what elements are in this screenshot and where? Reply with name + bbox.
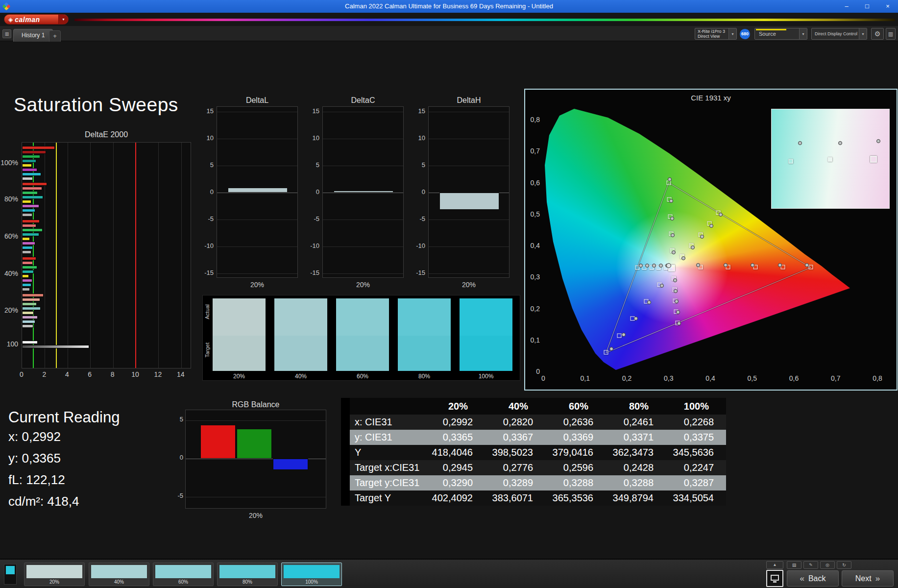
table-row: Target x:CIE310,29450,27760,25960,24280,… bbox=[341, 460, 726, 475]
pattern-thumb-label: 100% bbox=[282, 579, 341, 585]
pattern-thumb[interactable]: 40% bbox=[89, 563, 149, 586]
cie-measured-point bbox=[805, 263, 809, 267]
collapse-button[interactable]: ▲ bbox=[766, 561, 783, 569]
print-button[interactable]: ▤ bbox=[787, 561, 801, 569]
gridline bbox=[323, 246, 403, 247]
cie-x-tick: 0,4 bbox=[705, 374, 715, 382]
annotate-button[interactable]: ✎ bbox=[803, 561, 818, 569]
deltae-bar bbox=[22, 146, 55, 149]
maximize-button[interactable]: □ bbox=[857, 0, 877, 13]
cie-measured-point bbox=[634, 317, 638, 320]
window-titlebar: Calman 2022 Calman Ultimate for Business… bbox=[0, 0, 898, 13]
deltae-x-tick: 10 bbox=[131, 370, 139, 378]
deltae-bar bbox=[22, 209, 35, 212]
table-cell: 0,3288 bbox=[545, 477, 605, 489]
actual-row-label: Actual bbox=[204, 304, 210, 319]
cie-measured-point bbox=[751, 263, 754, 267]
gridline bbox=[323, 139, 403, 139]
deltae-bar bbox=[22, 242, 35, 245]
gridline bbox=[429, 166, 509, 166]
deltae-title: DeltaE 2000 bbox=[22, 130, 191, 139]
deltae-bar bbox=[22, 274, 29, 278]
display-mode-button[interactable] bbox=[766, 570, 783, 587]
deltae-ref-line-yellow bbox=[56, 143, 57, 368]
tab-history-1[interactable]: History 1 bbox=[13, 29, 53, 42]
cie-measured-point bbox=[673, 278, 677, 282]
logo-menu-arrow-icon[interactable]: ▾ bbox=[58, 15, 68, 24]
deltah-y-tick: -15 bbox=[410, 269, 425, 276]
cie-measured-point bbox=[778, 263, 782, 267]
back-arrow-icon: « bbox=[800, 574, 804, 584]
deltae-group-label: 80% bbox=[4, 195, 18, 203]
deltah-y-tick: 10 bbox=[410, 134, 425, 142]
pattern-swatch bbox=[26, 565, 82, 578]
chevron-down-icon[interactable]: ▾ bbox=[728, 28, 736, 39]
pattern-thumb[interactable]: 100% bbox=[281, 563, 342, 586]
add-tab-button[interactable]: + bbox=[49, 30, 61, 42]
pattern-thumb[interactable]: 20% bbox=[24, 563, 85, 586]
deltal-y-tick: 0 bbox=[198, 188, 214, 196]
gear-icon[interactable]: ⚙ bbox=[871, 28, 884, 40]
calman-logo[interactable]: ◈ calman ▾ bbox=[4, 14, 69, 24]
back-button[interactable]: « Back bbox=[787, 570, 839, 587]
calman-diamond-icon: ◈ bbox=[8, 16, 13, 23]
pattern-thumb[interactable]: 80% bbox=[217, 563, 278, 586]
preview-button[interactable]: ◎ bbox=[820, 561, 835, 569]
deltae-bar bbox=[22, 237, 30, 241]
deltae-bar bbox=[22, 150, 46, 154]
logo-bar: ◈ calman ▾ bbox=[0, 13, 898, 26]
swatch-strip: Actual Target 20%40%60%80%100% bbox=[202, 295, 520, 381]
deltah-y-tick: 15 bbox=[410, 107, 425, 115]
cie-x-tick: 0,6 bbox=[789, 374, 799, 382]
display-control-label: Direct Display Control bbox=[812, 31, 857, 36]
table-row: x: CIE310,29920,28200,26360,24610,2268 bbox=[341, 415, 726, 430]
window-title: Calman 2022 Calman Ultimate for Business… bbox=[98, 0, 800, 13]
deltal-y-tick: -5 bbox=[198, 215, 214, 222]
pattern-thumb-label: 40% bbox=[89, 579, 149, 585]
swatch-target bbox=[274, 336, 327, 371]
meter-line1: X-Rite i1Pro 3 bbox=[698, 29, 725, 34]
deltae-bar bbox=[22, 159, 36, 163]
close-button[interactable]: × bbox=[877, 0, 898, 13]
swatch-label: 60% bbox=[336, 373, 389, 380]
display-control-dropdown[interactable]: Direct Display Control ▾ bbox=[811, 28, 867, 40]
gridline bbox=[217, 139, 297, 139]
calman-logo-text: calman bbox=[15, 16, 40, 24]
cie-measured-point bbox=[645, 264, 649, 268]
cie-measured-point bbox=[671, 233, 675, 237]
next-label: Next bbox=[855, 574, 872, 583]
deltae-bar bbox=[22, 191, 38, 195]
cie-measured-point bbox=[719, 213, 723, 217]
gridline bbox=[429, 246, 509, 247]
layout-button[interactable]: ▥ bbox=[2, 29, 11, 38]
deltac-title: DeltaC bbox=[322, 96, 404, 105]
cie-measured-point bbox=[700, 235, 704, 239]
deltah-title: DeltaH bbox=[428, 96, 510, 105]
minimize-button[interactable]: – bbox=[836, 0, 857, 13]
swatch-target bbox=[398, 336, 451, 371]
deltae-gridline bbox=[90, 143, 91, 368]
table-cell: 0,2776 bbox=[485, 462, 545, 473]
deltae-bar bbox=[22, 187, 42, 190]
deltac-y-tick: 10 bbox=[304, 134, 319, 142]
meter-line2: Direct View bbox=[698, 34, 725, 39]
patch-count-badge: 680 bbox=[740, 29, 750, 39]
meter-dropdown[interactable]: X-Rite i1Pro 3 Direct View ▾ bbox=[695, 28, 737, 40]
pattern-thumb[interactable]: 60% bbox=[153, 563, 214, 586]
source-dropdown[interactable]: Source ▾ bbox=[754, 28, 807, 40]
deltae-bar bbox=[22, 250, 31, 254]
next-button[interactable]: Next » bbox=[842, 570, 894, 587]
table-header-cell: 80% bbox=[605, 401, 665, 412]
current-reading-title: Current Reading bbox=[8, 409, 120, 426]
cie-x-tick: 0,7 bbox=[831, 374, 840, 382]
swatch-actual bbox=[274, 298, 327, 336]
panel-menu-icon[interactable]: ▥ bbox=[886, 28, 896, 40]
refresh-button[interactable]: ↻ bbox=[837, 561, 851, 569]
chevron-down-icon[interactable]: ▾ bbox=[859, 28, 867, 39]
cie-x-tick: 0,1 bbox=[581, 374, 590, 382]
chevron-down-icon[interactable]: ▾ bbox=[799, 28, 807, 39]
cie-measured-point bbox=[660, 284, 664, 288]
deltah-bar bbox=[439, 193, 499, 210]
deltae-plot bbox=[22, 142, 191, 368]
deltae-bar bbox=[22, 320, 35, 323]
